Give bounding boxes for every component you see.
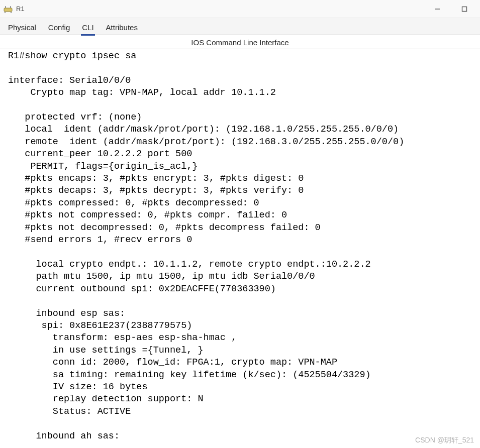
- window-controls: [431, 3, 477, 16]
- cli-line: Crypto map tag: VPN-MAP, local addr 10.1…: [8, 87, 276, 98]
- cli-line: transform: esp-aes esp-sha-hmac ,: [8, 332, 237, 343]
- cli-line: #pkts decaps: 3, #pkts decrypt: 3, #pkts…: [8, 185, 304, 196]
- cli-line: replay detection support: N: [8, 394, 204, 404]
- cli-line: #pkts not decompressed: 0, #pkts decompr…: [8, 222, 321, 233]
- tab-cli[interactable]: CLI: [81, 20, 94, 35]
- device-tabs: Physical Config CLI Attributes: [0, 18, 480, 35]
- cli-line: local crypto endpt.: 10.1.1.2, remote cr…: [8, 259, 371, 270]
- titlebar: R1: [0, 0, 480, 18]
- cli-line: in use settings ={Tunnel, }: [8, 345, 204, 356]
- cli-line: remote ident (addr/mask/prot/port): (192…: [8, 137, 404, 147]
- tab-attributes[interactable]: Attributes: [105, 20, 139, 35]
- svg-point-4: [11, 12, 12, 13]
- svg-rect-6: [462, 7, 467, 11]
- tab-config[interactable]: Config: [47, 20, 71, 35]
- svg-point-3: [5, 12, 6, 13]
- cli-line: current_peer 10.2.2.2 port 500: [8, 149, 192, 159]
- cli-line: #pkts encaps: 3, #pkts encrypt: 3, #pkts…: [8, 173, 304, 184]
- router-icon: [3, 4, 13, 14]
- watermark: CSDN @玥轩_521: [415, 436, 474, 445]
- cli-line: spi: 0x8E61E237(2388779575): [8, 320, 192, 331]
- maximize-button[interactable]: [458, 3, 471, 16]
- cli-line: IV size: 16 bytes: [8, 382, 148, 392]
- cli-line: local ident (addr/mask/prot/port): (192.…: [8, 124, 399, 135]
- cli-line: PERMIT, flags={origin_is_acl,}: [8, 161, 198, 172]
- cli-line: R1#show crypto ipsec sa: [8, 51, 136, 61]
- cli-line: interface: Serial0/0/0: [8, 75, 131, 86]
- terminal-area[interactable]: R1#show crypto ipsec sa interface: Seria…: [0, 49, 480, 448]
- cli-line: sa timing: remaining key lifetime (k/sec…: [8, 370, 371, 380]
- cli-line: inbound ah sas:: [8, 431, 120, 441]
- cli-line: conn id: 2000, flow_id: FPGA:1, crypto m…: [8, 357, 337, 368]
- cli-line: #pkts compressed: 0, #pkts decompressed:…: [8, 198, 259, 208]
- cli-line: path mtu 1500, ip mtu 1500, ip mtu idb S…: [8, 271, 315, 282]
- cli-line: current outbound spi: 0x2DEACFFE(7703633…: [8, 284, 276, 294]
- cli-line: inbound esp sas:: [8, 308, 125, 319]
- device-window: R1 Physical Config CLI Attributes IOS Co…: [0, 0, 480, 448]
- cli-line: #send errors 1, #recv errors 0: [8, 235, 192, 245]
- cli-line: Status: ACTIVE: [8, 406, 131, 417]
- cli-subtitle: IOS Command Line Interface: [0, 35, 480, 49]
- cli-line: protected vrf: (none): [8, 112, 142, 123]
- window-title: R1: [16, 5, 25, 13]
- tab-physical[interactable]: Physical: [7, 20, 37, 35]
- svg-rect-0: [4, 8, 12, 12]
- cli-output[interactable]: R1#show crypto ipsec sa interface: Seria…: [8, 49, 472, 448]
- minimize-button[interactable]: [431, 3, 444, 16]
- cli-line: #pkts not compressed: 0, #pkts compr. fa…: [8, 210, 287, 220]
